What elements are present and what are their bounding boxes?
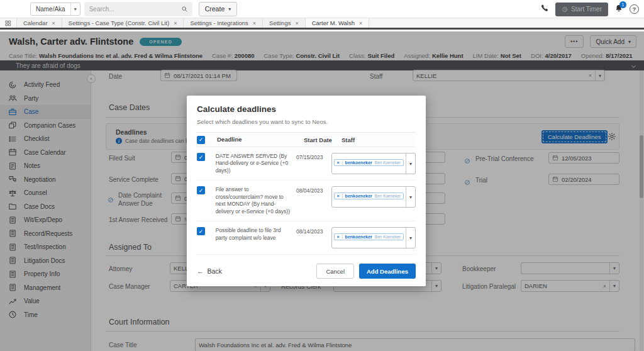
create-button[interactable]: Create ▾ bbox=[199, 2, 238, 16]
back-link[interactable]: ← Back bbox=[197, 267, 222, 275]
chevron-down-icon: ▾ bbox=[70, 3, 80, 15]
cancel-button[interactable]: Cancel bbox=[316, 264, 354, 279]
search-box bbox=[84, 2, 192, 16]
close-icon[interactable]: × bbox=[359, 20, 362, 26]
remove-staff-icon[interactable]: × bbox=[337, 235, 343, 239]
staff-multiselect[interactable]: × benkoeneker Ben Koeneker ▾ bbox=[331, 153, 416, 174]
start-timer-button[interactable]: Start Timer bbox=[555, 3, 608, 16]
chevron-down-icon[interactable]: ▾ bbox=[406, 228, 415, 248]
tab-settings-integrations[interactable]: Settings - Integrations× bbox=[184, 18, 263, 28]
neos-app-window: Name/Aka ▾ Create ▾ Start Timer 1 bbox=[0, 0, 644, 351]
table-row: ✓ File answer to cross/counterclaim? mov… bbox=[197, 181, 416, 221]
chevron-down-icon[interactable]: ▾ bbox=[406, 153, 415, 174]
staff-tag: × benkoeneker Ben Koeneker bbox=[334, 159, 404, 166]
tab-label: Carter M. Walsh bbox=[312, 20, 355, 26]
column-header-start-date: Start Date bbox=[304, 136, 341, 143]
close-icon[interactable]: × bbox=[253, 20, 256, 26]
add-deadlines-button[interactable]: Add Deadlines bbox=[359, 264, 416, 279]
deadline-text: DATE ANSWER SERVED (By Hand-delivery or … bbox=[216, 153, 296, 174]
notifications-bell-icon[interactable]: 1 bbox=[614, 4, 623, 15]
tab-settings-case-type[interactable]: Settings - Case Type (Constr. Civil Lit)… bbox=[62, 18, 184, 28]
search-scope-label: Name/Aka bbox=[31, 6, 70, 13]
column-header-deadline: Deadline bbox=[217, 136, 304, 144]
tab-carter-m-walsh[interactable]: Carter M. Walsh× bbox=[306, 18, 370, 28]
staff-multiselect[interactable]: × benkoeneker Ben Koeneker ▾ bbox=[331, 186, 416, 208]
row-checkbox[interactable]: ✓ bbox=[197, 227, 205, 235]
chevron-down-icon[interactable]: ▾ bbox=[406, 187, 415, 207]
table-row: ✓ DATE ANSWER SERVED (By Hand-delivery o… bbox=[197, 147, 416, 181]
start-date-value: 08/14/2023 bbox=[296, 227, 331, 235]
back-arrow-icon: ← bbox=[197, 267, 204, 275]
table-header-row: ✓ Deadline Start Date Staff bbox=[197, 132, 416, 147]
close-icon[interactable]: × bbox=[295, 20, 298, 26]
remove-staff-icon[interactable]: × bbox=[337, 194, 343, 198]
close-icon[interactable]: × bbox=[174, 20, 177, 26]
select-all-checkbox[interactable]: ✓ bbox=[197, 136, 205, 144]
modal-title: Calculate deadlines bbox=[197, 104, 416, 114]
notification-count-badge: 1 bbox=[619, 1, 626, 8]
column-header-staff: Staff bbox=[341, 136, 416, 143]
calculate-deadlines-modal: Calculate deadlines Select which deadlin… bbox=[187, 96, 426, 286]
close-icon[interactable]: × bbox=[52, 20, 55, 26]
start-date-value: 08/04/2023 bbox=[296, 186, 331, 194]
staff-tag: × benkoeneker Ben Koeneker bbox=[334, 192, 404, 199]
tab-bar: Calendar× Settings - Case Type (Constr. … bbox=[0, 18, 644, 30]
tab-label: Settings - Case Type (Constr. Civil Lit) bbox=[69, 20, 169, 26]
modal-subtitle: Select which deadlines you want to sync … bbox=[197, 118, 416, 125]
apps-grid-icon[interactable] bbox=[0, 18, 17, 28]
modal-footer: ← Back Cancel Add Deadlines bbox=[197, 256, 416, 279]
remove-staff-icon[interactable]: × bbox=[337, 160, 343, 165]
start-timer-label: Start Timer bbox=[571, 6, 602, 13]
tab-calendar[interactable]: Calendar× bbox=[17, 18, 62, 28]
deadline-text: Possible deadline to file 3rd party comp… bbox=[216, 227, 296, 242]
help-icon[interactable]: ? bbox=[630, 4, 639, 14]
staff-multiselect[interactable]: × benkoeneker Ben Koeneker ▾ bbox=[331, 227, 416, 248]
tab-label: Settings - Integrations bbox=[190, 20, 248, 26]
create-label: Create bbox=[205, 5, 225, 13]
tab-label: Settings bbox=[269, 20, 291, 26]
deadline-text: File answer to cross/counterclaim? move … bbox=[216, 186, 296, 215]
search-icon[interactable] bbox=[177, 2, 192, 16]
tab-label: Calendar bbox=[23, 20, 48, 26]
search-input[interactable] bbox=[84, 6, 177, 13]
row-checkbox[interactable]: ✓ bbox=[197, 153, 205, 161]
tab-settings[interactable]: Settings× bbox=[263, 18, 306, 28]
staff-tag: × benkoeneker Ben Koeneker bbox=[334, 233, 404, 240]
search-scope-select[interactable]: Name/Aka ▾ bbox=[30, 3, 80, 16]
row-checkbox[interactable]: ✓ bbox=[197, 186, 205, 194]
table-row: ✓ Possible deadline to file 3rd party co… bbox=[197, 221, 416, 255]
top-bar-actions: Start Timer 1 ? bbox=[540, 0, 639, 18]
clock-icon bbox=[562, 6, 568, 13]
phone-icon[interactable] bbox=[540, 4, 549, 15]
start-date-value: 07/15/2023 bbox=[296, 153, 331, 160]
chevron-down-icon: ▾ bbox=[228, 6, 231, 12]
deadlines-table: ✓ Deadline Start Date Staff ✓ DATE ANSWE… bbox=[197, 132, 416, 255]
top-bar: Name/Aka ▾ Create ▾ Start Timer 1 bbox=[0, 0, 644, 18]
